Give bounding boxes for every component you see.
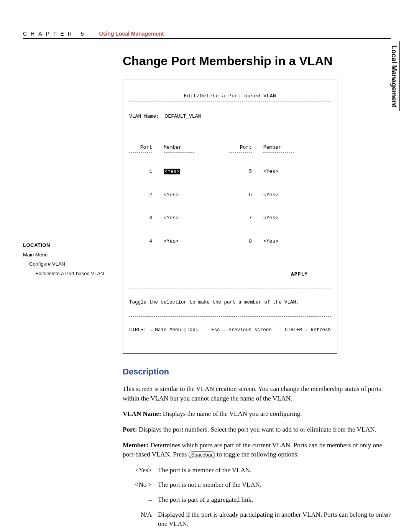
vlan-name-paragraph: VLAN Name: Displays the name of the VLAN… [123,409,391,419]
member-cell: <Yes> [263,238,294,245]
port-cell: 8 [229,238,252,245]
member-field-label: Member: [123,442,149,449]
option-desc: Displayed if the port is already partici… [158,510,391,529]
location-lvl2: Configure VLAN [29,259,119,269]
nav-main-menu: CTRL+T = Main Menu (Top) [129,327,198,334]
member-cell: <Yes> [164,214,194,222]
description-body: This screen is similar to the VLAN creat… [123,384,391,532]
port-cell: 6 [229,191,252,199]
port-paragraph: Port: Displays the port numbers. Select … [123,425,391,435]
page-title: Change Port Membership in a VLAN [123,54,391,68]
location-lvl3: Edit/Delete a Port-based VLAN [35,269,119,279]
option-label: <Yes> [130,466,152,475]
nav-refresh: CTRL+R = Refresh [285,327,331,334]
member-cell: <Yes> [263,214,294,222]
port-cell: 1 [129,168,152,176]
member-cell-selected: <Yes> [164,169,180,174]
page-number: 87 [386,512,391,518]
option-row: <Yes> The port is a member of the VLAN. [130,466,391,475]
option-desc: The port is a member of the VLAN. [158,466,391,475]
option-row: N/A Displayed if the port is already par… [130,510,391,529]
option-label: <No > [130,480,152,490]
option-label: – [130,495,152,505]
chapter-label: CHAPTER 5 [23,31,88,37]
terminal-title: Edit/Delete a Port-based VLAN [129,92,331,102]
vlan-name-field-text: Displays the name of the VLAN you are co… [161,410,302,417]
member-cell: <Yes> [164,191,194,199]
col-member-header-left: Member [164,144,194,153]
col-member-header-right: Member [263,144,294,153]
member-cell: <Yes> [164,238,194,245]
location-lvl1: Main Menu [23,250,119,260]
col-port-header-left: Port [129,144,152,153]
nav-previous: Esc = Previous screen [211,327,272,334]
intro-paragraph: This screen is similar to the VLAN creat… [123,384,391,403]
terminal-screenshot: Edit/Delete a Port-based VLAN VLAN Name:… [123,79,337,354]
vlan-name-value: DEFAULT_VLAN [165,113,201,119]
location-block: LOCATION Main Menu Configure VLAN Edit/D… [23,241,119,279]
member-cell: <Yes> [263,168,294,176]
option-row: – The port is part of a aggregated link. [130,495,391,505]
port-cell: 4 [129,238,152,245]
port-cell: 5 [229,168,252,176]
port-field-label: Port: [123,426,137,433]
vlan-name-field-label: VLAN Name: [123,410,161,417]
port-cell: 3 [129,214,152,222]
option-row: <No > The port is not a member of the VL… [130,480,391,490]
member-cell: <Yes> [263,191,294,199]
member-field-text-b: to toggle the following options: [215,451,299,458]
option-desc: The port is part of a aggregated link. [158,495,391,505]
spacebar-key: Spacebar [189,452,215,458]
vlan-name-label: VLAN Name: [129,113,159,119]
col-port-header-right: Port [229,144,252,153]
terminal-hint: Toggle the selection to make the port a … [129,299,331,306]
location-heading: LOCATION [23,241,119,250]
side-tab: Local Management [388,41,400,111]
apply-label: APPLY [129,271,331,278]
port-cell: 7 [229,214,252,222]
page-header: CHAPTER 5 Using Local Management [23,31,391,39]
chapter-topic: Using Local Management [99,31,164,37]
description-heading: Description [123,367,391,377]
member-paragraph: Member: Determines which ports are part … [123,441,391,460]
port-field-text: Displays the port numbers. Select the po… [137,426,376,433]
port-cell: 2 [129,191,152,199]
option-desc: The port is not a member of the VLAN. [158,480,391,490]
option-label: N/A [130,510,152,529]
